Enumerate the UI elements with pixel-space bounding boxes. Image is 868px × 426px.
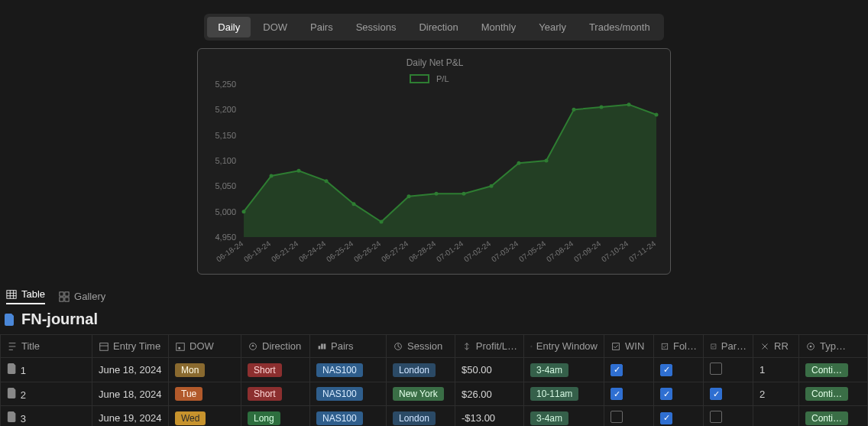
chart-tabs: DailyDOWPairsSessionsDirectionMonthlyYea… [204, 14, 663, 41]
row-title: 2 [21, 389, 26, 401]
col-session[interactable]: Session [387, 335, 455, 358]
entry-time: June 18, 2024 [92, 382, 169, 406]
type-badge: Conti… [805, 387, 848, 401]
col-direction[interactable]: Direction [241, 335, 310, 358]
x-tick: 07-01-24 [435, 239, 465, 263]
tab-monthly[interactable]: Monthly [471, 17, 527, 37]
col-entry-time[interactable]: Entry Time [92, 335, 169, 358]
journal-icon [5, 314, 15, 326]
col-label: Entry Time [113, 340, 160, 352]
entry-window-badge: 3-4am [530, 363, 568, 377]
col-label: DOW [189, 340, 214, 352]
profit-loss: $26.00 [455, 382, 524, 406]
col-icon [248, 341, 258, 352]
direction-badge: Long [248, 411, 280, 425]
view-tab-label: Table [21, 288, 45, 300]
direction-badge: Short [248, 387, 282, 401]
tab-yearly[interactable]: Yearly [528, 17, 577, 37]
page-icon [7, 411, 18, 422]
col-typ-[interactable]: Typ… [799, 335, 868, 358]
col-pairs[interactable]: Pairs [310, 335, 387, 358]
rr-value: 1 [753, 358, 799, 382]
col-profit-l-[interactable]: Profit/L… [455, 335, 524, 358]
chart-point [462, 192, 466, 196]
x-tick: 06-19-24 [242, 239, 272, 263]
col-title[interactable]: Title [1, 335, 92, 358]
checkbox[interactable] [710, 363, 722, 375]
tab-pairs[interactable]: Pairs [300, 17, 344, 37]
x-tick: 07-09-24 [572, 239, 602, 263]
x-tick: 07-08-24 [545, 239, 575, 263]
svg-rect-18 [711, 343, 716, 348]
checkbox[interactable]: ✓ [660, 364, 672, 376]
col-label: Profit/L… [476, 340, 517, 352]
col-entry-window[interactable]: Entry Window [524, 335, 604, 358]
col-label: RR [774, 340, 789, 352]
col-win[interactable]: WIN [604, 335, 654, 358]
view-tab-gallery[interactable]: Gallery [59, 291, 105, 302]
tab-direction[interactable]: Direction [408, 17, 468, 37]
chart-point [297, 169, 301, 173]
table-row[interactable]: 3June 19, 2024WedLongNAS100London-$13.00… [1, 406, 868, 427]
checkbox[interactable]: ✓ [660, 412, 672, 424]
tab-sessions[interactable]: Sessions [345, 17, 407, 37]
checkbox[interactable]: ✓ [611, 388, 623, 400]
y-tick: 5,150 [215, 131, 236, 140]
y-tick: 5,200 [215, 105, 236, 114]
x-tick: 06-21-24 [270, 239, 300, 263]
dow-badge: Mon [175, 363, 205, 377]
col-label: Title [21, 340, 40, 352]
session-badge: New York [393, 387, 444, 401]
view-tab-label: Gallery [74, 291, 105, 302]
rr-value [753, 406, 799, 427]
chart-point [517, 161, 521, 165]
profit-loss: $50.00 [455, 358, 524, 382]
x-tick: 06-26-24 [352, 239, 382, 263]
col-label: Session [407, 340, 442, 352]
col-dow[interactable]: DOW [169, 335, 241, 358]
col-par-[interactable]: Par… [704, 335, 753, 358]
tab-trades-month[interactable]: Trades/month [578, 17, 661, 37]
checkbox[interactable]: ✓ [710, 388, 722, 400]
chart-title: Daily Net P&L [406, 57, 464, 68]
x-tick: 07-03-24 [490, 239, 520, 263]
svg-rect-12 [178, 346, 180, 349]
x-tick: 06-28-24 [407, 239, 437, 263]
col-label: Par… [721, 340, 747, 352]
svg-rect-9 [100, 343, 108, 350]
legend-label: P/L [436, 74, 449, 83]
checkbox[interactable] [710, 411, 722, 423]
x-tick: 07-05-24 [517, 239, 547, 263]
svg-rect-5 [60, 291, 63, 295]
y-tick: 5,050 [215, 181, 236, 190]
col-fol-[interactable]: Fol… [654, 335, 704, 358]
y-tick: 5,100 [215, 156, 236, 165]
view-tabs: TableGallery [6, 288, 868, 304]
chart-point [242, 210, 246, 213]
y-tick: 4,950 [215, 233, 236, 242]
chart-point [435, 192, 439, 196]
x-tick: 07-11-24 [627, 239, 657, 263]
view-tab-table[interactable]: Table [6, 288, 45, 304]
svg-rect-6 [65, 291, 69, 295]
table-icon [6, 289, 17, 300]
checkbox[interactable]: ✓ [660, 388, 672, 400]
checkbox[interactable] [611, 411, 623, 423]
col-icon [760, 341, 770, 352]
col-icon [393, 341, 403, 352]
table-row[interactable]: 1June 18, 2024MonShortNAS100London$50.00… [1, 358, 868, 382]
pair-badge: NAS100 [316, 363, 363, 377]
svg-rect-7 [60, 297, 63, 301]
gallery-icon [59, 291, 70, 302]
col-label: WIN [625, 340, 644, 352]
tab-dow[interactable]: DOW [252, 17, 298, 37]
page-icon [7, 363, 18, 374]
svg-rect-11 [177, 343, 185, 350]
chart-point [600, 106, 604, 109]
y-tick: 5,000 [215, 207, 236, 216]
col-rr[interactable]: RR [753, 335, 799, 358]
tab-daily[interactable]: Daily [207, 17, 251, 37]
checkbox[interactable]: ✓ [611, 364, 623, 376]
table-row[interactable]: 2June 18, 2024TueShortNAS100New York$26.… [1, 382, 868, 406]
dow-badge: Wed [175, 411, 206, 425]
